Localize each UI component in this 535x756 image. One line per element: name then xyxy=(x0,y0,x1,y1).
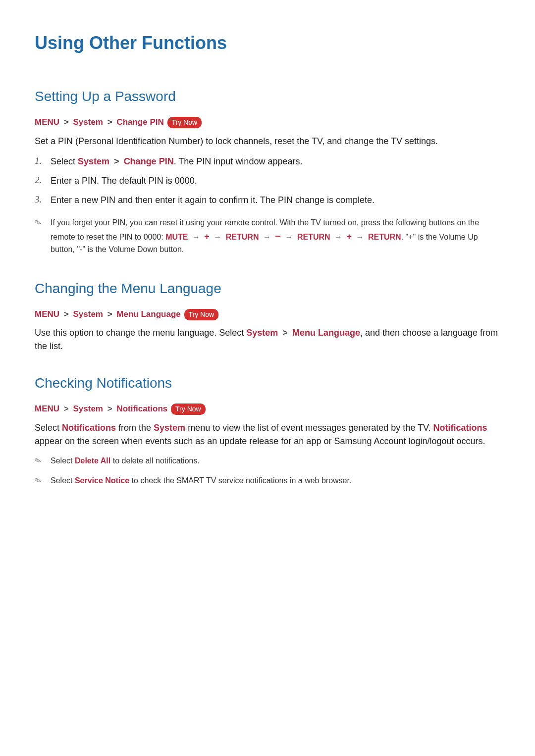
kw-return: RETURN xyxy=(368,233,401,241)
arrow-right-icon: → xyxy=(190,233,202,241)
note-icon: ✎ xyxy=(33,216,43,229)
step-text: Enter a new PIN and then enter it again … xyxy=(51,195,374,205)
heading-language: Changing the Menu Language xyxy=(35,278,500,299)
chevron-right-icon: > xyxy=(112,156,121,166)
chevron-right-icon: > xyxy=(62,117,71,127)
text: Use this option to change the menu langu… xyxy=(35,328,246,338)
nav-menu: MENU xyxy=(35,404,59,413)
section-notifications: Checking Notifications MENU > System > N… xyxy=(35,373,500,490)
note-icon: ✎ xyxy=(33,454,43,467)
arrow-right-icon: → xyxy=(261,233,273,241)
try-now-button[interactable]: Try Now xyxy=(184,309,219,320)
body-language: Use this option to change the menu langu… xyxy=(35,326,500,353)
kw-notifications: Notifications xyxy=(62,423,116,433)
step-number: 2. xyxy=(35,173,42,188)
kw-return: RETURN xyxy=(297,233,330,241)
heading-notifications: Checking Notifications xyxy=(35,373,500,394)
step-number: 1. xyxy=(35,154,42,168)
nav-menu-language: Menu Language xyxy=(116,309,180,319)
nav-system: System xyxy=(73,404,103,413)
nav-system: System xyxy=(73,309,103,319)
kw-mute: MUTE xyxy=(165,233,188,241)
note-text: Select xyxy=(51,476,75,485)
kw-return: RETURN xyxy=(226,233,259,241)
chevron-right-icon: > xyxy=(62,404,71,413)
text: appear on the screen when events such as… xyxy=(35,436,485,446)
kw-system: System xyxy=(78,156,109,166)
note-delete-all: ✎ Select Delete All to delete all notifi… xyxy=(35,452,500,470)
body-notifications: Select Notifications from the System men… xyxy=(35,421,500,448)
note-reset-pin: ✎ If you forget your PIN, you can reset … xyxy=(35,214,500,258)
note-text: Select xyxy=(51,456,75,465)
kw-system: System xyxy=(246,328,278,338)
nav-notifications: Notifications xyxy=(116,404,167,413)
try-now-button[interactable]: Try Now xyxy=(171,403,206,415)
plus-icon: + xyxy=(347,232,352,242)
arrow-right-icon: → xyxy=(354,233,366,241)
nav-menu: MENU xyxy=(35,309,59,319)
chevron-right-icon: > xyxy=(106,309,114,319)
kw-system: System xyxy=(154,423,185,433)
chevron-right-icon: > xyxy=(106,404,114,413)
note-text: to check the SMART TV service notificati… xyxy=(129,476,351,485)
step-2: 2. Enter a PIN. The default PIN is 0000. xyxy=(35,171,500,191)
nav-path-language: MENU > System > Menu Language Try Now xyxy=(35,308,500,321)
minus-icon: − xyxy=(275,231,281,242)
nav-change-pin: Change PIN xyxy=(116,117,163,127)
arrow-right-icon: → xyxy=(332,233,344,241)
kw-change-pin: Change PIN xyxy=(124,156,174,166)
step-1: 1. Select System > Change PIN. The PIN i… xyxy=(35,152,500,171)
text: menu to view the list of event messages … xyxy=(185,423,433,433)
arrow-right-icon: → xyxy=(283,233,295,241)
section-password: Setting Up a Password MENU > System > Ch… xyxy=(35,86,500,258)
note-text: to delete all notifications. xyxy=(110,456,200,465)
chevron-right-icon: > xyxy=(280,328,290,338)
nav-menu: MENU xyxy=(35,117,59,127)
text: from the xyxy=(116,423,154,433)
step-3: 3. Enter a new PIN and then enter it aga… xyxy=(35,191,500,210)
step-text: Enter a PIN. The default PIN is 0000. xyxy=(51,176,197,186)
step-number: 3. xyxy=(35,193,42,207)
intro-text: Set a PIN (Personal Identification Numbe… xyxy=(35,135,500,148)
step-text: . The PIN input window appears. xyxy=(174,156,303,166)
steps-list: 1. Select System > Change PIN. The PIN i… xyxy=(35,152,500,210)
arrow-right-icon: → xyxy=(212,233,223,241)
section-language: Changing the Menu Language MENU > System… xyxy=(35,278,500,353)
chevron-right-icon: > xyxy=(62,309,71,319)
note-service-notice: ✎ Select Service Notice to check the SMA… xyxy=(35,472,500,490)
kw-notifications: Notifications xyxy=(433,423,487,433)
kw-menu-language: Menu Language xyxy=(292,328,360,338)
chevron-right-icon: > xyxy=(106,117,114,127)
kw-service-notice: Service Notice xyxy=(75,476,129,485)
nav-path-password: MENU > System > Change PIN Try Now xyxy=(35,116,500,129)
step-text: Select xyxy=(51,156,78,166)
nav-path-notifications: MENU > System > Notifications Try Now xyxy=(35,403,500,415)
note-icon: ✎ xyxy=(33,474,43,487)
plus-icon: + xyxy=(204,232,210,242)
nav-system: System xyxy=(73,117,103,127)
text: Select xyxy=(35,423,62,433)
heading-password: Setting Up a Password xyxy=(35,86,500,107)
kw-delete-all: Delete All xyxy=(75,456,110,465)
try-now-button[interactable]: Try Now xyxy=(167,117,202,128)
page-title: Using Other Functions xyxy=(35,30,500,56)
